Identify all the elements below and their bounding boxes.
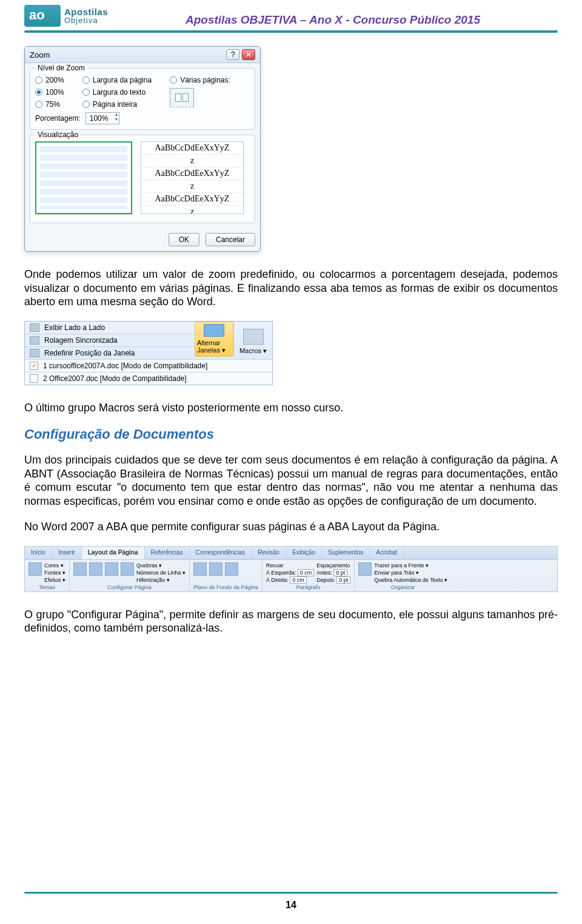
zoom-dialog-title: Zoom — [30, 50, 50, 59]
zoom-level-group: Nível de Zoom 200% 100% 75% Largura da p… — [30, 68, 255, 130]
columns-button[interactable] — [121, 562, 134, 576]
paragraph-4: No Word 2007 a ABA que permite configura… — [24, 520, 558, 534]
tab-referencias[interactable]: Referências — [145, 547, 190, 559]
group-configurar-pagina: Quebras ▾ Números de Linha ▾ Hifenização… — [70, 560, 190, 592]
window-menu-item-1[interactable]: ✓ 1 cursooffice2007A.doc [Modo de Compat… — [25, 359, 272, 372]
ribbon-window-group: Exibir Lado a Lado Rolagem Sincronizada … — [24, 321, 273, 385]
sync-scroll-icon — [30, 336, 39, 345]
indent-right-input[interactable]: 0 cm — [290, 576, 307, 584]
size-button[interactable] — [105, 562, 118, 576]
ribbon-tabs: Início Inserir Layout da Página Referênc… — [25, 547, 557, 560]
page-borders-button[interactable] — [225, 562, 238, 576]
colors-dropdown[interactable]: Cores ▾ — [44, 562, 65, 568]
side-by-side-icon — [30, 323, 39, 332]
position-button[interactable] — [358, 562, 372, 576]
reset-window-icon — [30, 349, 39, 357]
logo: Apostilas Objetiva — [24, 5, 108, 27]
watermark-button[interactable] — [193, 562, 207, 576]
content-area: Zoom ? ✕ Nível de Zoom 200% 100% 75% Lar… — [0, 46, 582, 635]
macros-button[interactable]: Macros ▾ — [233, 322, 272, 357]
indent-left-input[interactable]: 0 cm — [298, 569, 315, 576]
logo-line2: Objetiva — [64, 16, 108, 24]
line-numbers-dropdown[interactable]: Números de Linha ▾ — [136, 570, 186, 576]
tab-layout[interactable]: Layout da Página — [82, 547, 145, 559]
radio-200[interactable]: 200% — [35, 76, 64, 84]
zoom-level-legend: Nível de Zoom — [35, 64, 87, 72]
paragraph-3: Um dos principais cuidados que se deve t… — [24, 453, 558, 508]
group-organizar: Trazer para a Frente ▾ Enviar para Trás … — [355, 560, 451, 592]
hyphenation-dropdown[interactable]: Hifenização ▾ — [136, 577, 186, 583]
ribbon-page-layout: Início Inserir Layout da Página Referênc… — [24, 546, 558, 592]
percent-label: Porcentagem: — [35, 114, 81, 123]
check-icon: ✓ — [30, 362, 38, 370]
group-paragrafo: Recuar À Esquerda: 0 cm À Direita: 0 cm … — [263, 560, 355, 592]
tab-suplementos[interactable]: Suplementos — [322, 547, 370, 559]
radio-whole-page[interactable]: Página inteira — [82, 100, 152, 109]
fonts-dropdown[interactable]: Fontes ▾ — [44, 570, 65, 576]
percent-spin[interactable]: 100% — [85, 112, 120, 124]
tab-correspondencias[interactable]: Correspondências — [190, 547, 252, 559]
preview-text-sample: AaBbCcDdEeXxYyZ z AaBbCcDdEeXxYyZ z AaBb… — [141, 141, 244, 214]
tab-inicio[interactable]: Início — [25, 547, 52, 559]
send-back-dropdown[interactable]: Enviar para Trás ▾ — [374, 570, 447, 576]
cancel-button[interactable]: Cancelar — [206, 233, 255, 246]
tab-exibicao[interactable]: Exibição — [286, 547, 322, 559]
breaks-dropdown[interactable]: Quebras ▾ — [136, 562, 186, 568]
spacing-before-input[interactable]: 0 pt — [333, 569, 347, 576]
btn-side-by-side[interactable]: Exibir Lado a Lado — [25, 322, 195, 334]
switch-windows-button[interactable]: Alternar Janelas ▾ — [195, 322, 233, 357]
radio-100[interactable]: 100% — [35, 88, 64, 96]
orientation-button[interactable] — [89, 562, 102, 576]
many-pages-picker[interactable] — [170, 88, 194, 107]
margins-button[interactable] — [73, 562, 87, 576]
effects-dropdown[interactable]: Efeitos ▾ — [44, 577, 65, 583]
page-color-button[interactable] — [209, 562, 222, 576]
logo-line1: Apostilas — [64, 7, 108, 16]
group-plano-fundo: Plano de Fundo da Página — [190, 560, 263, 592]
bring-front-dropdown[interactable]: Trazer para a Frente ▾ — [374, 562, 447, 568]
themes-icon[interactable] — [28, 562, 42, 576]
page-header: Apostilas Objetiva Apostilas OBJETIVA – … — [0, 0, 582, 28]
paragraph-1: Onde podemos utilizar um valor de zoom p… — [24, 268, 558, 309]
window-menu-item-2[interactable]: ✓ 2 Office2007.doc [Modo de Compatibilid… — [25, 372, 272, 385]
section-heading: Configuração de Documentos — [24, 427, 558, 442]
ok-button[interactable]: OK — [169, 233, 199, 246]
zoom-dialog-titlebar: Zoom ? ✕ — [25, 47, 260, 63]
radio-many-pages[interactable]: Várias páginas: — [170, 76, 230, 84]
tab-acrobat[interactable]: Acrobat — [370, 547, 403, 559]
footer-divider — [24, 892, 558, 894]
spacing-after-input[interactable]: 0 pt — [336, 576, 350, 584]
btn-sync-scroll[interactable]: Rolagem Sincronizada — [25, 334, 195, 347]
close-button[interactable]: ✕ — [242, 49, 255, 60]
group-temas: Cores ▾ Fontes ▾ Efeitos ▾ Temas — [25, 560, 70, 592]
zoom-preview-group: Visualização AaBbCcDdEeXxYyZ z AaBbCcDdE… — [30, 135, 255, 223]
header-title: Apostilas OBJETIVA – Ano X - Concurso Pú… — [108, 13, 558, 27]
logo-text: Apostilas Objetiva — [64, 7, 108, 24]
radio-text-width[interactable]: Largura do texto — [82, 88, 152, 96]
zoom-dialog: Zoom ? ✕ Nível de Zoom 200% 100% 75% Lar… — [24, 46, 261, 252]
btn-reset-window[interactable]: Redefinir Posição da Janela — [25, 347, 195, 359]
logo-icon — [24, 5, 61, 27]
preview-page-thumb — [35, 141, 132, 214]
tab-inserir[interactable]: Inserir — [52, 547, 82, 559]
help-button[interactable]: ? — [226, 49, 239, 60]
check-empty-icon: ✓ — [30, 374, 38, 383]
macros-icon — [243, 329, 264, 345]
page-number: 14 — [0, 900, 582, 911]
text-wrap-dropdown[interactable]: Quebra Automática de Texto ▾ — [374, 577, 447, 583]
paragraph-2: O último grupo Macros será visto posteri… — [24, 401, 558, 415]
radio-page-width[interactable]: Largura da página — [82, 76, 152, 84]
switch-windows-icon — [204, 324, 224, 337]
radio-75[interactable]: 75% — [35, 100, 64, 109]
zoom-preview-legend: Visualização — [35, 130, 81, 139]
header-divider — [24, 30, 558, 33]
paragraph-5: O grupo "Configurar Página", permite def… — [24, 608, 558, 635]
tab-revisao[interactable]: Revisão — [252, 547, 286, 559]
